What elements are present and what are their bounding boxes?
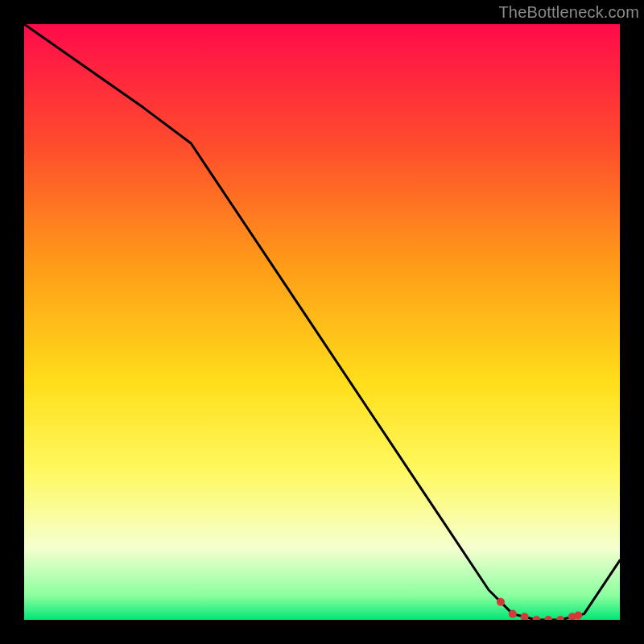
plot-area (24, 24, 620, 620)
highlight-point (544, 616, 552, 620)
highlight-point (509, 610, 517, 618)
highlight-point (497, 598, 505, 606)
chart-frame: TheBottleneck.com (0, 0, 644, 644)
highlight-points (24, 24, 620, 620)
highlight-point (521, 613, 529, 620)
highlight-point (532, 616, 540, 620)
highlight-point (574, 611, 582, 619)
watermark-text: TheBottleneck.com (498, 3, 639, 22)
highlight-point (556, 616, 564, 620)
